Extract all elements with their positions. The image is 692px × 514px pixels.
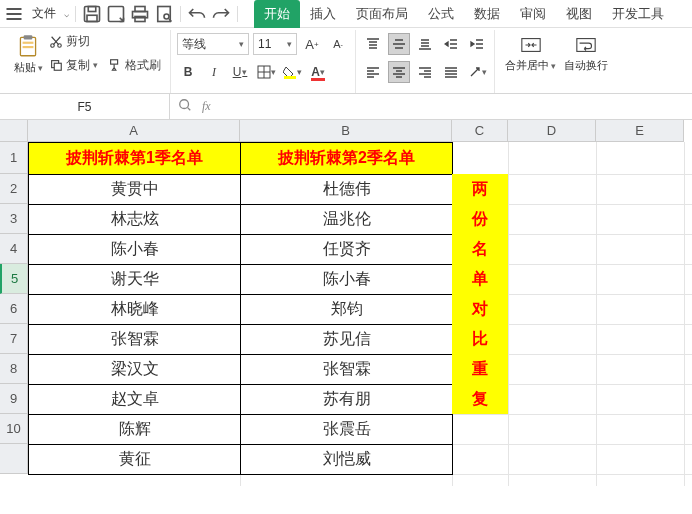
cell[interactable]: 刘恺威	[241, 445, 453, 475]
row-header-8[interactable]: 8	[0, 354, 28, 384]
cell[interactable]: 陈小春	[29, 235, 241, 265]
row-header-9[interactable]: 9	[0, 384, 28, 414]
side-cell[interactable]: 对	[452, 294, 508, 324]
cell[interactable]: 苏见信	[241, 325, 453, 355]
tab-page-layout[interactable]: 页面布局	[346, 0, 418, 28]
svg-rect-6	[135, 16, 145, 21]
orientation-icon[interactable]: ▾	[466, 61, 488, 83]
spreadsheet-grid[interactable]: ABCDE 12345678910 披荆斩棘第1季名单披荆斩棘第2季名单 黄贯中…	[0, 120, 692, 486]
row-header-[interactable]	[0, 444, 28, 474]
cell[interactable]: 任贤齐	[241, 235, 453, 265]
fill-color-icon[interactable]: ▾	[281, 61, 303, 83]
column-header-B[interactable]: B	[240, 120, 452, 142]
row-header-10[interactable]: 10	[0, 414, 28, 444]
align-left-icon[interactable]	[362, 61, 384, 83]
side-cell[interactable]: 复	[452, 384, 508, 414]
paste-label: 粘贴	[14, 60, 36, 75]
cut-button[interactable]: 剪切	[46, 32, 164, 51]
group-font: 等线▾ 11▾ A+ A- B I U▾ ▾ ▾ A▾	[171, 30, 356, 93]
fx-label[interactable]: fx	[202, 99, 211, 114]
column-header-A[interactable]: A	[28, 120, 240, 142]
paste-button[interactable]: 粘贴▾	[10, 30, 46, 75]
wrap-text-button[interactable]: 自动换行	[560, 30, 612, 93]
align-right-icon[interactable]	[414, 61, 436, 83]
format-painter-button[interactable]: 格式刷	[105, 56, 164, 75]
cell[interactable]: 苏有朋	[241, 385, 453, 415]
cell[interactable]: 梁汉文	[29, 355, 241, 385]
decrease-font-icon[interactable]: A-	[327, 33, 349, 55]
print-icon[interactable]	[130, 4, 150, 24]
table-header-b[interactable]: 披荆斩棘第2季名单	[241, 143, 453, 175]
cell[interactable]: 林晓峰	[29, 295, 241, 325]
underline-icon[interactable]: U▾	[229, 61, 251, 83]
cell[interactable]: 赵文卓	[29, 385, 241, 415]
cell[interactable]: 黄贯中	[29, 175, 241, 205]
tab-review[interactable]: 审阅	[510, 0, 556, 28]
save-icon[interactable]	[82, 4, 102, 24]
cell[interactable]: 林志炫	[29, 205, 241, 235]
column-header-C[interactable]: C	[452, 120, 508, 142]
redo-icon[interactable]	[211, 4, 231, 24]
border-icon[interactable]: ▾	[255, 61, 277, 83]
table-header-a[interactable]: 披荆斩棘第1季名单	[29, 143, 241, 175]
cell[interactable]: 温兆伦	[241, 205, 453, 235]
tab-insert[interactable]: 插入	[300, 0, 346, 28]
align-top-icon[interactable]	[362, 33, 384, 55]
tab-data[interactable]: 数据	[464, 0, 510, 28]
bold-icon[interactable]: B	[177, 61, 199, 83]
select-all-corner[interactable]	[0, 120, 28, 142]
file-caret: ⌵	[64, 9, 69, 19]
tab-view[interactable]: 视图	[556, 0, 602, 28]
search-icon[interactable]	[178, 98, 192, 115]
row-header-2[interactable]: 2	[0, 174, 28, 204]
side-cell[interactable]: 单	[452, 264, 508, 294]
row-header-6[interactable]: 6	[0, 294, 28, 324]
cell[interactable]: 张智霖	[241, 355, 453, 385]
row-header-1[interactable]: 1	[0, 142, 28, 174]
cell[interactable]: 张震岳	[241, 415, 453, 445]
tab-start[interactable]: 开始	[254, 0, 300, 28]
decrease-indent-icon[interactable]	[440, 33, 462, 55]
save-as-icon[interactable]	[106, 4, 126, 24]
side-cell[interactable]: 比	[452, 324, 508, 354]
column-headers: ABCDE	[28, 120, 684, 142]
cell[interactable]: 陈小春	[241, 265, 453, 295]
cut-label: 剪切	[66, 33, 90, 50]
align-bottom-icon[interactable]	[414, 33, 436, 55]
font-size-dropdown[interactable]: 11▾	[253, 33, 297, 55]
svg-rect-10	[24, 35, 33, 39]
cell[interactable]: 谢天华	[29, 265, 241, 295]
side-cell[interactable]: 名	[452, 234, 508, 264]
tab-dev[interactable]: 开发工具	[602, 0, 674, 28]
row-header-3[interactable]: 3	[0, 204, 28, 234]
cell[interactable]: 张智霖	[29, 325, 241, 355]
name-box[interactable]: F5	[0, 94, 170, 119]
column-header-E[interactable]: E	[596, 120, 684, 142]
cell[interactable]: 黄征	[29, 445, 241, 475]
column-header-D[interactable]: D	[508, 120, 596, 142]
align-center-icon[interactable]	[388, 61, 410, 83]
merge-center-button[interactable]: 合并居中▾	[501, 30, 560, 93]
increase-indent-icon[interactable]	[466, 33, 488, 55]
cell[interactable]: 郑钧	[241, 295, 453, 325]
row-header-5[interactable]: 5	[0, 264, 28, 294]
side-cell[interactable]: 两	[452, 174, 508, 204]
align-middle-icon[interactable]	[388, 33, 410, 55]
justify-icon[interactable]	[440, 61, 462, 83]
row-header-4[interactable]: 4	[0, 234, 28, 264]
side-cell[interactable]: 重	[452, 354, 508, 384]
cell[interactable]: 杜德伟	[241, 175, 453, 205]
italic-icon[interactable]: I	[203, 61, 225, 83]
side-cell[interactable]: 份	[452, 204, 508, 234]
cell[interactable]: 陈辉	[29, 415, 241, 445]
tab-formula[interactable]: 公式	[418, 0, 464, 28]
menu-icon[interactable]	[4, 4, 24, 24]
print-preview-icon[interactable]	[154, 4, 174, 24]
copy-button[interactable]: 复制▾	[46, 56, 101, 75]
undo-icon[interactable]	[187, 4, 207, 24]
row-header-7[interactable]: 7	[0, 324, 28, 354]
font-color-icon[interactable]: A▾	[307, 61, 329, 83]
font-name-dropdown[interactable]: 等线▾	[177, 33, 249, 55]
file-menu[interactable]: 文件	[28, 5, 60, 22]
increase-font-icon[interactable]: A+	[301, 33, 323, 55]
